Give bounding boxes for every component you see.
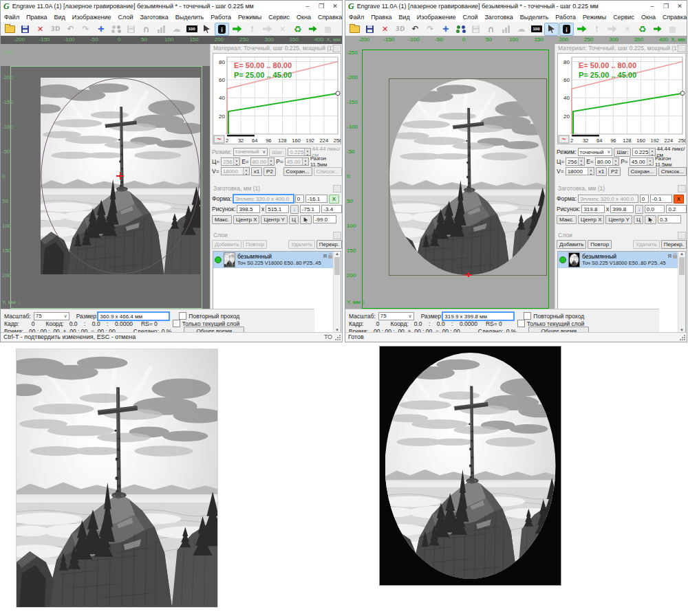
panel-collapse-button[interactable]	[333, 232, 341, 239]
toolbar-button-skip[interactable]	[605, 23, 619, 36]
menu-item[interactable]: Режимы	[235, 13, 265, 21]
center-x-button[interactable]: Центр X	[578, 215, 604, 224]
spinner-arrows-icon[interactable]: ▲▼	[578, 158, 584, 165]
size-field[interactable]: 319.9 x 399.8 мм	[442, 312, 514, 320]
toolbar-button-3d[interactable]: 3D	[48, 23, 63, 36]
toolbar-button-undo[interactable]: ↶	[63, 23, 78, 36]
toolbar-button-save-as[interactable]	[469, 23, 483, 36]
menu-item[interactable]: Работа	[552, 13, 579, 21]
step-spinner[interactable]: 0.225▲▼	[632, 148, 655, 156]
toolbar-button-export[interactable]	[305, 23, 320, 36]
toolbar-button-pointer-select[interactable]	[200, 23, 214, 36]
add-layer-button[interactable]: Добавить	[212, 240, 241, 249]
save-material-button[interactable]: Сохран...	[628, 167, 657, 176]
picture-height-field[interactable]: 399.8	[610, 205, 634, 213]
layers-scrollbar[interactable]: ▲ ▼	[678, 252, 685, 332]
scale-combobox[interactable]: 75∨	[378, 312, 414, 320]
toolbar-button-open-folder[interactable]	[3, 23, 17, 36]
picture-width-field[interactable]: 319.8	[581, 205, 605, 213]
canvas[interactable]: -250-200-150-100-50050100150200 Y, мм ↓	[1, 44, 210, 309]
toolbar-button-pointer-select[interactable]	[544, 23, 559, 36]
repeat-layer-button[interactable]: Повтор	[243, 240, 267, 249]
toolbar-button-cloud[interactable]: ☁	[169, 23, 184, 36]
menu-item[interactable]: Сервис	[610, 13, 638, 21]
menu-item[interactable]: Вид	[51, 13, 69, 21]
toolbar-button-scale-100[interactable]: 100	[529, 23, 544, 36]
menu-item[interactable]: Режимы	[579, 13, 610, 21]
menu-item[interactable]: Выделить	[172, 13, 208, 21]
center-button[interactable]: Ц	[634, 215, 643, 224]
list-material-button[interactable]: Список...	[658, 167, 687, 176]
x1-button[interactable]: x1	[251, 167, 262, 176]
menu-item[interactable]: Изображение	[413, 13, 460, 21]
e-spinner[interactable]: 80.00▲▼	[595, 157, 619, 166]
v-spinner[interactable]: 18000▲▼	[566, 167, 594, 175]
c-spinner[interactable]: 256▲▼	[566, 157, 585, 166]
menu-item[interactable]: Работа	[207, 13, 235, 21]
resize-grip-icon[interactable]	[335, 335, 341, 340]
scale-combobox[interactable]: 75∨	[34, 312, 69, 320]
picture-dy-field[interactable]: -3.4	[321, 205, 342, 213]
step-spinner[interactable]: 0.225▲▼	[288, 148, 310, 156]
title-bar[interactable]: G Engrave 11.0A (1) [лазерное гравирован…	[345, 1, 687, 12]
p-spinner[interactable]: 45.00▲▼	[285, 157, 309, 166]
spinner-arrows-icon[interactable]: ▲▼	[588, 168, 594, 175]
minimize-button[interactable]: –	[301, 1, 314, 12]
scroll-thumb[interactable]	[334, 257, 340, 275]
p2-button[interactable]: P2	[608, 167, 621, 176]
toolbar-button-save-as[interactable]	[124, 23, 138, 36]
repeat-pass-checkbox[interactable]: Повторный проход	[524, 312, 584, 320]
delete-shape-button[interactable]: X	[329, 195, 339, 204]
toolbar-button-undo[interactable]: ↶	[408, 23, 422, 36]
toolbar-button-run[interactable]	[230, 23, 244, 36]
toolbar-button-chart[interactable]	[154, 23, 169, 36]
c-spinner[interactable]: 256▲▼	[221, 157, 240, 166]
panel-collapse-button[interactable]	[333, 45, 341, 52]
toolbar-button-3d[interactable]: 3D	[393, 23, 407, 36]
mode-combobox[interactable]: точечный∨	[578, 148, 613, 156]
layer-enabled-icon[interactable]	[559, 256, 566, 263]
toolbar-button-bw-mode[interactable]: ¡	[559, 23, 574, 36]
toolbar-button-close-task[interactable]: ✕	[620, 23, 634, 36]
delete-layer-button[interactable]: Удалить	[633, 240, 660, 249]
toolbar-button-chart[interactable]	[499, 23, 513, 36]
maximize-button[interactable]: ❒	[314, 1, 328, 12]
form-offset-field[interactable]: -0.1	[650, 195, 672, 203]
max-button[interactable]: Макс.	[557, 215, 577, 224]
panel-collapse-button[interactable]	[678, 45, 686, 52]
layer-enabled-icon[interactable]	[215, 256, 222, 263]
panel-collapse-button[interactable]	[333, 185, 341, 192]
toolbar-button-open-folder[interactable]	[347, 23, 362, 36]
toolbar-button-warning[interactable]: !	[590, 23, 604, 36]
form-angle-field[interactable]: 0	[295, 195, 304, 203]
toolbar-button-warning[interactable]: !	[245, 23, 259, 36]
picture-dx-field[interactable]: -75.1	[300, 205, 321, 213]
toolbar-button-users[interactable]	[109, 23, 123, 36]
picture-dy-field[interactable]: 0.2	[666, 205, 687, 213]
checkbox-icon[interactable]	[173, 320, 180, 327]
p2-button[interactable]: P2	[264, 167, 276, 176]
toolbar-button-delete[interactable]: ✕	[33, 23, 47, 36]
toolbar-button-grid[interactable]: ▦	[665, 23, 680, 36]
center-button[interactable]: Ц	[289, 215, 299, 224]
v-spinner[interactable]: 18000▲▼	[221, 167, 250, 175]
panel-collapse-button[interactable]	[678, 185, 686, 192]
toolbar-button-cloud[interactable]: ☁	[514, 23, 528, 36]
menu-item[interactable]: Окна	[293, 13, 314, 21]
toolbar-button-users[interactable]	[453, 23, 468, 36]
toolbar-button-move[interactable]: ✚	[438, 23, 453, 36]
material-power-graph[interactable]: 806040202326496128160192224256E= 50.00 .…	[213, 54, 341, 144]
resize-grip-icon[interactable]	[680, 335, 685, 340]
p-spinner[interactable]: 45.00▲▼	[630, 157, 654, 166]
pick-cursor-button[interactable]	[300, 215, 312, 224]
menu-item[interactable]: Вид	[396, 13, 413, 21]
toolbar-button-redo[interactable]: ↷	[423, 23, 438, 36]
menu-item[interactable]: Справка	[659, 13, 687, 21]
menu-item[interactable]: Слой	[115, 13, 137, 21]
engraving-image[interactable]	[41, 78, 200, 274]
engraving-image-oval[interactable]	[389, 79, 546, 275]
toolbar-button-recycle[interactable]: ♻	[635, 23, 649, 36]
max-button[interactable]: Макс.	[212, 215, 232, 224]
menu-item[interactable]: Сервис	[265, 13, 293, 21]
toolbar-button-export[interactable]	[650, 23, 665, 36]
